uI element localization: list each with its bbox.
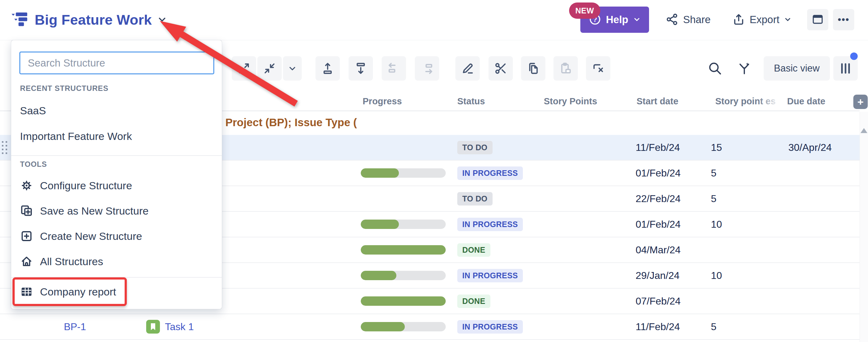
status-badge[interactable]: IN PROGRESS xyxy=(457,218,523,231)
status-badge[interactable]: TO DO xyxy=(457,192,493,206)
vertical-scrollbar[interactable] xyxy=(860,112,868,342)
status-badge[interactable]: TO DO xyxy=(457,141,493,154)
column-header-fade xyxy=(757,94,786,111)
start-date-cell-value: 29/Jan/24 xyxy=(636,270,680,281)
start-date-cell[interactable]: 07/Feb/24 xyxy=(636,288,681,314)
progress-bar xyxy=(361,271,446,280)
outdent-button[interactable] xyxy=(382,56,406,81)
status-badge[interactable]: IN PROGRESS xyxy=(457,320,523,334)
collapse-all-button[interactable] xyxy=(257,56,282,81)
status-cell[interactable]: IN PROGRESS xyxy=(457,263,523,288)
progress-bar xyxy=(361,168,446,178)
status-badge[interactable]: DONE xyxy=(457,243,490,257)
recent-structure-item[interactable]: Important Feature Work xyxy=(11,126,222,147)
share-icon xyxy=(665,13,679,27)
start-date-cell[interactable]: 22/Feb/24 xyxy=(636,186,681,211)
copy-icon xyxy=(527,62,540,75)
story-point-estimate-cell-value: 15 xyxy=(711,142,722,153)
status-cell[interactable]: TO DO xyxy=(457,135,493,160)
chevron-down-icon xyxy=(288,64,297,73)
story-point-estimate-cell[interactable]: 5 xyxy=(711,314,716,339)
status-badge[interactable]: IN PROGRESS xyxy=(457,269,523,282)
recent-structure-item[interactable]: SaaS xyxy=(11,100,222,121)
tool-item-all-structures[interactable]: All Structures xyxy=(11,251,222,272)
story-point-estimate-cell-value: 5 xyxy=(711,321,716,333)
more-options-button[interactable]: ••• xyxy=(833,9,854,30)
filter-button[interactable] xyxy=(735,59,754,78)
structure-title-chevron-icon[interactable] xyxy=(157,14,167,26)
copy-button[interactable] xyxy=(521,56,545,81)
issue-summary-link[interactable]: Task 1 xyxy=(165,321,194,333)
export-label: Export xyxy=(750,14,779,26)
drag-handle-icon[interactable] xyxy=(2,141,10,155)
start-date-cell[interactable]: 11/Feb/24 xyxy=(636,314,680,339)
column-header-story-points[interactable]: Story Points xyxy=(544,96,597,106)
add-column-button[interactable]: + xyxy=(853,95,868,109)
status-cell[interactable]: DONE xyxy=(457,288,490,314)
column-header-due-date[interactable]: Due date xyxy=(787,96,825,106)
expand-all-button[interactable] xyxy=(232,56,256,81)
status-badge[interactable]: IN PROGRESS xyxy=(457,166,523,180)
issue-key-link[interactable]: BP-1 xyxy=(47,314,103,339)
move-up-button[interactable] xyxy=(315,56,340,81)
start-date-cell[interactable]: 11/Feb/24 xyxy=(636,135,680,160)
status-cell[interactable]: TO DO xyxy=(457,186,493,211)
start-date-cell-value: 07/Feb/24 xyxy=(636,296,681,307)
cut-button[interactable] xyxy=(489,56,513,81)
search-structure-input[interactable] xyxy=(19,52,214,74)
recent-structure-label: SaaS xyxy=(20,105,46,117)
structure-title[interactable]: Big Feature Work xyxy=(35,12,152,28)
paste-button[interactable] xyxy=(554,56,578,81)
issue-summary[interactable]: Task 1 xyxy=(146,314,194,339)
issue-key[interactable]: BP-1 xyxy=(64,321,86,333)
start-date-cell[interactable]: 04/Mar/24 xyxy=(636,237,681,262)
annotation-highlight-box xyxy=(12,277,127,306)
tool-item-label: Save as New Structure xyxy=(40,205,149,217)
story-point-estimate-cell[interactable]: 5 xyxy=(711,186,716,211)
story-point-estimate-cell[interactable]: 10 xyxy=(711,212,722,237)
column-header-status[interactable]: Status xyxy=(457,96,485,106)
story-point-estimate-cell[interactable]: 5 xyxy=(711,160,716,186)
remove-button[interactable] xyxy=(586,56,610,81)
story-point-estimate-cell[interactable]: 15 xyxy=(711,135,722,160)
progress-bar xyxy=(361,322,446,331)
recent-structure-label: Important Feature Work xyxy=(20,130,132,143)
recent-structures-header: RECENT STRUCTURES xyxy=(20,84,108,93)
edit-button[interactable] xyxy=(455,56,480,81)
due-date-cell-value: 30/Apr/24 xyxy=(788,142,832,153)
status-badge[interactable]: DONE xyxy=(457,294,490,308)
start-date-cell[interactable]: 01/Feb/24 xyxy=(636,212,681,237)
pencil-icon xyxy=(461,62,474,75)
tool-item-save-as-new-structure[interactable]: Save as New Structure xyxy=(11,200,222,221)
progress-bar-fill xyxy=(361,220,399,229)
tool-item-create-new-structure[interactable]: Create New Structure xyxy=(11,226,222,246)
status-cell[interactable]: IN PROGRESS xyxy=(457,314,523,339)
story-point-estimate-cell[interactable]: 10 xyxy=(711,263,722,288)
view-selector-button[interactable]: Basic view xyxy=(764,56,830,81)
column-header-progress[interactable]: Progress xyxy=(363,96,402,106)
tool-item-configure-structure[interactable]: Configure Structure xyxy=(11,175,222,196)
share-button[interactable]: Share xyxy=(664,6,712,33)
progress-bar-fill xyxy=(361,168,399,178)
table-row[interactable]: BP-1Task 1IN PROGRESS11/Feb/245 xyxy=(0,314,860,340)
start-date-cell[interactable]: 29/Jan/24 xyxy=(636,263,680,288)
status-cell[interactable]: IN PROGRESS xyxy=(457,212,523,237)
status-cell[interactable]: DONE xyxy=(457,237,490,262)
export-button[interactable]: Export xyxy=(730,6,794,33)
panels-layout-button[interactable] xyxy=(807,9,828,30)
tool-item-label: Configure Structure xyxy=(40,180,132,192)
status-cell[interactable]: IN PROGRESS xyxy=(457,160,523,186)
start-date-cell[interactable]: 01/Feb/24 xyxy=(636,160,681,186)
move-down-button[interactable] xyxy=(348,56,373,81)
due-date-cell[interactable]: 30/Apr/24 xyxy=(788,135,832,160)
tool-item-label: Create New Structure xyxy=(40,230,142,242)
tool-item-label: All Structures xyxy=(40,255,103,268)
expand-options-button[interactable] xyxy=(283,56,302,81)
indent-icon xyxy=(421,62,434,75)
scroll-up-arrow-icon[interactable] xyxy=(861,128,867,133)
indent-button[interactable] xyxy=(415,56,439,81)
column-header-start-date[interactable]: Start date xyxy=(637,96,678,106)
search-button[interactable] xyxy=(705,59,725,78)
tools-header: TOOLS xyxy=(20,160,47,169)
outdent-icon xyxy=(387,62,400,75)
